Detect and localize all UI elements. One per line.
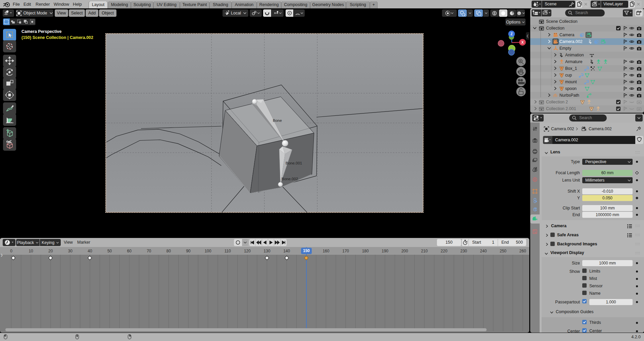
svg-text:210: 210	[421, 249, 428, 253]
svg-text:130: 130	[264, 249, 270, 253]
svg-text:250: 250	[500, 249, 506, 253]
svg-text:20: 20	[48, 249, 53, 253]
svg-text:180: 180	[362, 249, 369, 253]
svg-text:160: 160	[323, 249, 329, 253]
svg-text:10: 10	[29, 249, 33, 253]
svg-text:90: 90	[186, 249, 191, 253]
svg-text:Z: Z	[510, 32, 513, 36]
svg-text:230: 230	[460, 249, 467, 253]
svg-text:260: 260	[519, 249, 526, 253]
svg-text:220: 220	[441, 249, 447, 253]
svg-text:0: 0	[10, 249, 12, 253]
svg-text:40: 40	[88, 249, 92, 253]
svg-text:Bone.001: Bone.001	[286, 161, 302, 165]
svg-text:30: 30	[68, 249, 73, 253]
svg-text:240: 240	[480, 249, 487, 253]
svg-text:X: X	[521, 40, 524, 44]
svg-text:200: 200	[401, 249, 408, 253]
svg-text:190: 190	[382, 249, 388, 253]
svg-text:100: 100	[205, 249, 211, 253]
svg-text:110: 110	[225, 249, 231, 253]
svg-text:170: 170	[342, 249, 349, 253]
svg-text:80: 80	[166, 249, 171, 253]
svg-text:Bone: Bone	[273, 118, 282, 123]
svg-text:Bone.002: Bone.002	[282, 177, 298, 181]
svg-text:120: 120	[244, 249, 251, 253]
svg-text:50: 50	[107, 249, 112, 253]
svg-text:60: 60	[127, 249, 132, 253]
svg-text:70: 70	[147, 249, 151, 253]
svg-text:140: 140	[283, 249, 290, 253]
